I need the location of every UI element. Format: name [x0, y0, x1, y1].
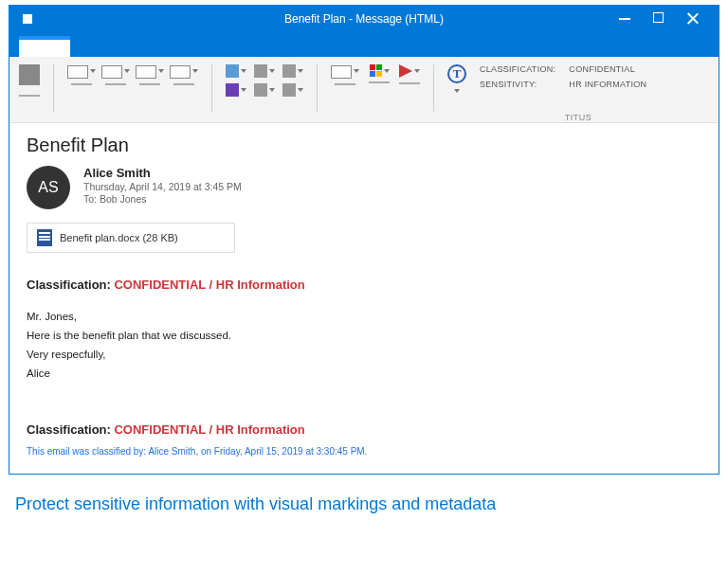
body-closing: Very respecfully, — [27, 349, 701, 360]
body-line: Here is the benefit plan that we discuss… — [27, 330, 701, 341]
classification-footer: This email was classified by: Alice Smit… — [27, 446, 701, 457]
categorize-button[interactable] — [369, 64, 390, 83]
sender-avatar[interactable]: AS — [27, 166, 70, 209]
docx-icon — [37, 229, 52, 246]
message-header: AS Alice Smith Thursday, April 14, 2019 … — [27, 166, 701, 209]
window-controls — [619, 12, 719, 26]
classification-banner-top: Classification: CONFIDENTIAL / HR Inform… — [27, 278, 701, 292]
classification-label: Classification: — [480, 64, 555, 74]
ribbon-button[interactable] — [282, 64, 303, 97]
attachment-item[interactable]: Benefit plan.docx (28 KB) — [27, 223, 235, 253]
sent-timestamp: Thursday, April 14, 2019 at 3:45 PM — [83, 181, 242, 192]
ribbon-group-1 — [19, 64, 40, 122]
ribbon-group-3 — [226, 64, 303, 122]
active-ribbon-tab[interactable] — [19, 36, 70, 57]
ribbon-group-4 — [331, 64, 420, 122]
ribbon-group-2 — [67, 64, 198, 122]
titus-labels-right: Confidential HR Information — [569, 64, 646, 89]
sender-meta: Alice Smith Thursday, April 14, 2019 at … — [83, 166, 242, 205]
classification-value-text: CONFIDENTIAL / HR Information — [114, 278, 304, 292]
classification-prefix: Classification: — [27, 422, 114, 437]
ribbon-button[interactable] — [101, 64, 130, 85]
ribbon-button[interactable] — [226, 64, 246, 97]
body-signature: Alice — [27, 368, 701, 379]
classification-value-text: CONFIDENTIAL / HR Information — [114, 422, 304, 437]
ribbon-button[interactable] — [170, 64, 198, 85]
sender-name: Alice Smith — [83, 166, 242, 180]
titus-icon: T — [447, 64, 466, 83]
titus-labels-left: Classification: Sensitivity: — [480, 64, 555, 89]
titlebar: Benefit Plan - Message (HTML) — [9, 6, 719, 32]
classification-prefix: Classification: — [27, 278, 114, 292]
minimize-button[interactable] — [619, 18, 630, 20]
message-pane: Benefit Plan AS Alice Smith Thursday, Ap… — [9, 123, 719, 474]
ribbon-button[interactable] — [19, 64, 40, 97]
sensitivity-value: HR Information — [569, 80, 646, 89]
flag-button[interactable] — [399, 64, 420, 84]
outlook-message-window: Benefit Plan - Message (HTML) — [9, 5, 719, 475]
ribbon: T Classification: Sensitivity: Confident… — [9, 57, 719, 123]
close-button[interactable] — [686, 12, 700, 26]
ribbon-group-name: TITUS — [447, 113, 709, 122]
attachment-name: Benefit plan.docx (28 KB) — [60, 232, 178, 243]
ribbon-separator — [433, 64, 434, 112]
classification-banner-bottom: Classification: CONFIDENTIAL / HR Inform… — [27, 422, 701, 437]
ribbon-separator — [53, 64, 54, 112]
ribbon-tabstrip — [9, 32, 719, 57]
body-greeting: Mr. Jones, — [27, 311, 701, 322]
window-title: Benefit Plan - Message (HTML) — [9, 12, 719, 26]
ribbon-separator — [211, 64, 212, 112]
sensitivity-label: Sensitivity: — [480, 80, 555, 89]
classification-value: Confidential — [569, 64, 646, 74]
message-subject: Benefit Plan — [27, 135, 701, 156]
ribbon-separator — [317, 64, 318, 112]
ribbon-button[interactable] — [67, 64, 96, 85]
ribbon-button[interactable] — [331, 64, 359, 85]
to-line: To: Bob Jones — [83, 193, 242, 205]
ribbon-button[interactable] — [136, 64, 164, 85]
ribbon-button[interactable] — [254, 64, 275, 97]
titus-button[interactable]: T — [447, 64, 466, 93]
maximize-button[interactable] — [653, 12, 664, 23]
page-caption: Protect sensitive information with visua… — [0, 479, 728, 524]
ribbon-group-titus: T Classification: Sensitivity: Confident… — [447, 64, 709, 122]
